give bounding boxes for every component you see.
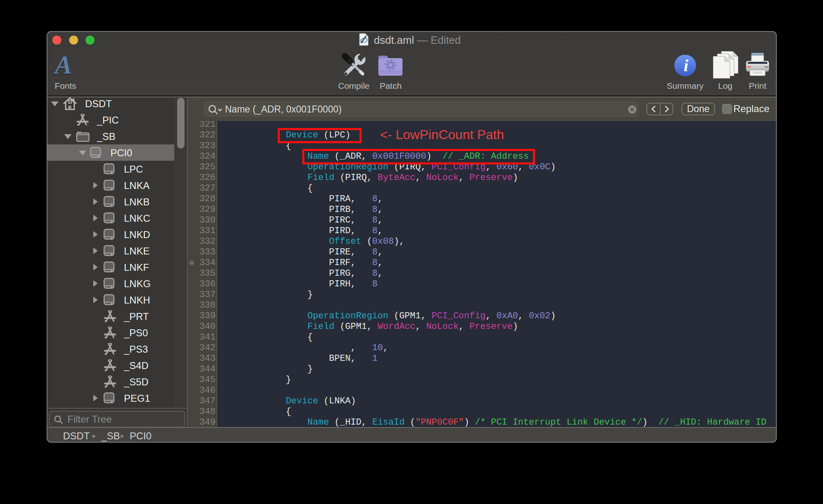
svg-text:i: i	[684, 56, 688, 75]
